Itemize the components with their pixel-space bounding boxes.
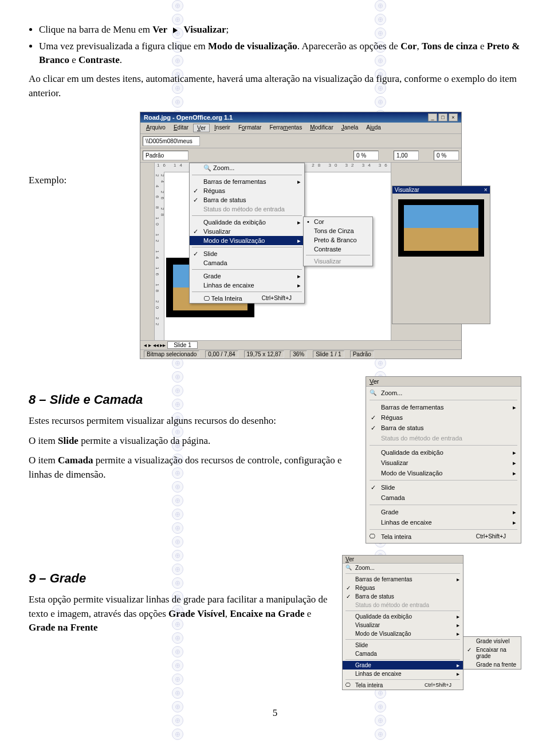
menu-arquivo[interactable]: Arquivo bbox=[143, 124, 169, 132]
text: . bbox=[120, 54, 122, 65]
menu-visualizar[interactable]: Visualizar▸ bbox=[343, 621, 463, 629]
menu-slide[interactable]: Slide bbox=[366, 482, 521, 493]
val-3[interactable]: 0 % bbox=[434, 151, 459, 160]
menu-modo-visualizacao[interactable]: Modo de Visualização▸ bbox=[190, 236, 304, 245]
grade-submenu: Grade visível Encaixar na grade Grade na… bbox=[463, 636, 521, 670]
close-icon[interactable]: × bbox=[484, 187, 488, 193]
menu-barra-status[interactable]: Barra de status bbox=[343, 592, 463, 601]
menu-reguas[interactable]: Réguas bbox=[366, 412, 521, 423]
text: Clique na barra de Menu em bbox=[39, 24, 152, 35]
submenu-pb[interactable]: Preto & Branco bbox=[304, 235, 372, 245]
menu-linhas[interactable]: Linhas de encaixe▸ bbox=[343, 670, 463, 678]
menu-reguas[interactable]: Réguas bbox=[343, 584, 463, 592]
menu-grade[interactable]: Grade▸ bbox=[366, 507, 521, 517]
preview-thumb bbox=[398, 199, 484, 257]
menu-camada[interactable]: Camada bbox=[343, 649, 463, 658]
menu-linhas[interactable]: Linhas de encaixe▸ bbox=[190, 281, 304, 290]
menu-modo[interactable]: Modo de Visualização▸ bbox=[343, 629, 463, 638]
menu-grade[interactable]: Grade▸ bbox=[190, 271, 304, 281]
menu-visualizar[interactable]: Visualizar bbox=[190, 227, 304, 236]
screenshot-ver-menu: Ver Zoom... Barras de ferramentas▸ Régua… bbox=[366, 376, 521, 544]
tab-slide-1[interactable]: Slide 1 bbox=[167, 341, 198, 349]
menu-linhas[interactable]: Linhas de encaixe▸ bbox=[366, 517, 521, 527]
tool-icon[interactable] bbox=[142, 265, 153, 276]
section-8-title: 8 – Slide e Camada bbox=[29, 392, 354, 407]
submenu-tons[interactable]: Tons de Cinza bbox=[304, 226, 372, 235]
status-sel: Bitmap selecionado bbox=[144, 351, 199, 358]
tool-icon[interactable] bbox=[142, 252, 153, 263]
tool-icon[interactable] bbox=[142, 202, 153, 213]
tool-icon[interactable] bbox=[142, 164, 153, 175]
menu-editar[interactable]: Editar bbox=[170, 124, 192, 132]
maximize-icon[interactable]: □ bbox=[438, 113, 447, 121]
submenu-encaixar[interactable]: Encaixar na grade bbox=[463, 645, 521, 660]
menu-tela[interactable]: Tela inteiraCtrl+Shift+J bbox=[366, 531, 521, 542]
modo-vis-submenu: Cor Tons de Cinza Preto & Branco Contras… bbox=[303, 216, 373, 266]
menu-slide[interactable]: Slide bbox=[343, 641, 463, 649]
path-input[interactable]: \\D005m080\meus bbox=[143, 136, 200, 146]
menu-barras[interactable]: Barras de ferramentas▸ bbox=[343, 575, 463, 584]
menu-zoom[interactable]: 🔍 Zoom... bbox=[190, 163, 304, 173]
menu-zoom[interactable]: Zoom... bbox=[343, 564, 463, 572]
tool-icon[interactable] bbox=[380, 149, 392, 161]
menu-camada[interactable]: Camada bbox=[366, 493, 521, 503]
menu-ajuda[interactable]: Ajuda bbox=[363, 124, 384, 132]
menu-ferramentas[interactable]: Ferramentas bbox=[266, 124, 305, 132]
val-2[interactable]: 1,00 bbox=[394, 151, 419, 160]
menu-zoom[interactable]: Zoom... bbox=[366, 388, 521, 398]
menu-slide[interactable]: Slide bbox=[190, 249, 304, 258]
sec9-p1: Esta opção permite visualizar linhas de … bbox=[29, 593, 331, 635]
tool-icon[interactable] bbox=[142, 189, 153, 200]
menu-header[interactable]: Ver bbox=[366, 377, 521, 387]
menu-camada[interactable]: Camada bbox=[190, 258, 304, 267]
tool-icon[interactable] bbox=[340, 149, 352, 161]
menu-qualidade[interactable]: Qualidade da exibição▸ bbox=[343, 612, 463, 621]
menu-qualidade[interactable]: Qualidade da exibição▸ bbox=[366, 447, 521, 458]
text: ; bbox=[226, 24, 229, 35]
menu-barra-status[interactable]: Barra de status bbox=[366, 423, 521, 433]
menu-reguas[interactable]: Réguas bbox=[190, 186, 304, 195]
submenu-cor[interactable]: Cor bbox=[304, 217, 372, 226]
paragraph-1: Ao clicar em um destes itens, automatica… bbox=[29, 72, 521, 100]
minimize-icon[interactable]: _ bbox=[428, 113, 437, 121]
statusbar: Bitmap selecionado 0,00 / 7,84 19,75 x 1… bbox=[140, 349, 461, 359]
style-select[interactable]: Padrão bbox=[143, 151, 188, 160]
tool-icon[interactable] bbox=[142, 277, 153, 289]
submenu-grade-visivel[interactable]: Grade visível bbox=[463, 637, 521, 645]
bullet-2: Uma vez previsualizada a figura clique e… bbox=[39, 40, 521, 68]
tool-icon[interactable] bbox=[142, 239, 153, 251]
text: , bbox=[417, 41, 422, 52]
submenu-contraste[interactable]: Contraste bbox=[304, 245, 372, 254]
menu-barra-status[interactable]: Barra de status bbox=[190, 195, 304, 204]
menu-barras[interactable]: Barras de ferramentas▸ bbox=[190, 177, 304, 186]
text: . Aparecerão as opções de bbox=[297, 41, 400, 52]
menu-modo[interactable]: Modo de Visualização▸ bbox=[366, 468, 521, 478]
menu-tela-inteira[interactable]: 🖵 Tela InteiraCtrl+Shift+J bbox=[190, 294, 304, 303]
menu-visualizar[interactable]: Visualizar▸ bbox=[366, 458, 521, 468]
tool-icon[interactable] bbox=[421, 149, 432, 161]
ver-dropdown: 🔍 Zoom... Barras de ferramentas▸ Réguas … bbox=[189, 163, 305, 304]
tool-icon[interactable] bbox=[142, 227, 153, 238]
tool-icon[interactable] bbox=[142, 214, 153, 226]
tool-icon[interactable] bbox=[142, 176, 153, 188]
status-slide: Slide 1 / 1 bbox=[313, 351, 344, 358]
menu-barras[interactable]: Barras de ferramentas▸ bbox=[366, 402, 521, 412]
menu-qualidade[interactable]: Qualidade da exibição▸ bbox=[190, 218, 304, 227]
canvas[interactable]: 16 14 1 4 16 18 20 22 24 26 28 30 32 34 … bbox=[155, 163, 391, 340]
tool-icon[interactable] bbox=[142, 290, 153, 301]
menu-grade[interactable]: Grade▸ bbox=[343, 661, 463, 670]
menu-modificar[interactable]: Modificar bbox=[307, 124, 337, 132]
menu-tela[interactable]: Tela inteiraCtrl+Shift+J bbox=[343, 681, 463, 690]
submenu-grade-frente[interactable]: Grade na frente bbox=[463, 660, 521, 669]
menu-ver[interactable]: Ver bbox=[193, 124, 210, 132]
section-9-title: 9 – Grade bbox=[29, 571, 331, 586]
menu-janela[interactable]: Janela bbox=[338, 124, 362, 132]
close-icon[interactable]: × bbox=[449, 113, 458, 121]
menu-formatar[interactable]: Formatar bbox=[235, 124, 265, 132]
menu-header[interactable]: Ver bbox=[343, 556, 463, 564]
screenshot-openoffice: Road.jpg - OpenOffice.org 1.1 _□× Arquiv… bbox=[140, 112, 462, 359]
tool-icon[interactable] bbox=[142, 315, 153, 326]
menu-inserir[interactable]: Inserir bbox=[211, 124, 234, 132]
val-1[interactable]: 0 % bbox=[353, 151, 379, 160]
tool-icon[interactable] bbox=[142, 302, 153, 314]
